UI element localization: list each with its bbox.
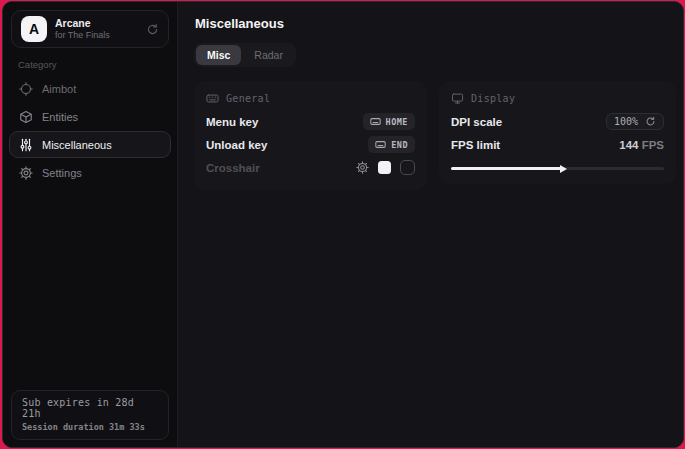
menu-key-row: Menu key HOME <box>206 110 415 133</box>
keyboard-icon <box>370 116 381 127</box>
gear-icon <box>19 166 33 180</box>
unload-key-value: END <box>391 140 408 150</box>
display-card-header: Display <box>451 90 664 110</box>
brand-text: Arcane for The Finals <box>55 17 110 40</box>
crosshair-checkbox[interactable] <box>400 160 415 175</box>
general-card-header: General <box>206 90 415 110</box>
crosshair-controls <box>356 160 415 175</box>
fps-limit-label: FPS limit <box>451 139 500 151</box>
crosshair-label: Crosshair <box>206 162 260 174</box>
dpi-scale-value: 100% <box>614 116 638 127</box>
fps-limit-slider[interactable] <box>451 164 664 173</box>
refresh-icon[interactable] <box>146 23 159 36</box>
unload-key-label: Unload key <box>206 139 267 151</box>
cards-row: General Menu key HOME Unload key <box>194 81 676 190</box>
crosshair-icon <box>19 82 33 96</box>
crosshair-settings-gear-icon[interactable] <box>356 161 369 174</box>
crosshair-row: Crosshair <box>206 156 415 179</box>
sidebar-item-label: Aimbot <box>42 83 76 95</box>
display-card: Display DPI scale 100% FPS limit <box>439 81 676 184</box>
sidebar-item-label: Settings <box>42 167 82 179</box>
sidebar-item-label: Entities <box>42 111 78 123</box>
fps-unit: FPS <box>638 139 664 151</box>
menu-key-bind-button[interactable]: HOME <box>363 113 415 130</box>
dpi-scale-label: DPI scale <box>451 116 502 128</box>
keyboard-icon <box>206 92 219 105</box>
tab-misc[interactable]: Misc <box>196 45 241 65</box>
subscription-status-card: Sub expires in 28d 21h Session duration … <box>11 390 169 440</box>
sidebar-nav: Aimbot Entities Miscellaneous <box>3 75 177 187</box>
main-panel: Miscellaneous Misc Radar General <box>178 2 684 447</box>
general-card-title: General <box>226 93 270 104</box>
slider-fill <box>451 167 562 170</box>
desktop-background: { "colors": { "desktop_accent": "#da1a4f… <box>0 0 685 449</box>
tab-radar[interactable]: Radar <box>243 45 294 65</box>
fps-limit-value: 144 FPS <box>619 139 664 151</box>
tab-bar: Misc Radar <box>194 43 296 67</box>
session-duration-text: Session duration 31m 33s <box>22 422 158 432</box>
brand-initial: A <box>29 21 39 37</box>
reset-icon[interactable] <box>645 116 656 127</box>
sub-expiry-text: Sub expires in 28d 21h <box>22 397 158 419</box>
dpi-scale-row: DPI scale 100% <box>451 110 664 133</box>
menu-key-label: Menu key <box>206 116 258 128</box>
app-window: A Arcane for The Finals Category Aim <box>2 1 684 448</box>
brand-card: A Arcane for The Finals <box>11 10 169 48</box>
sliders-icon <box>19 138 33 152</box>
menu-key-value: HOME <box>386 117 408 127</box>
monitor-icon <box>451 92 464 105</box>
cube-icon <box>19 110 33 124</box>
brand-logo: A <box>21 16 47 42</box>
sidebar-item-settings[interactable]: Settings <box>9 159 171 186</box>
brand-subtitle: for The Finals <box>55 30 110 40</box>
sidebar-item-entities[interactable]: Entities <box>9 103 171 130</box>
sidebar-item-label: Miscellaneous <box>42 139 112 151</box>
sidebar: A Arcane for The Finals Category Aim <box>3 2 178 447</box>
general-card: General Menu key HOME Unload key <box>194 81 427 190</box>
dpi-scale-control[interactable]: 100% <box>606 113 664 130</box>
unload-key-row: Unload key END <box>206 133 415 156</box>
fps-number: 144 <box>619 139 638 151</box>
unload-key-bind-button[interactable]: END <box>368 136 415 153</box>
brand-title: Arcane <box>55 17 110 29</box>
keyboard-icon <box>375 139 386 150</box>
page-title: Miscellaneous <box>195 16 676 31</box>
sidebar-item-aimbot[interactable]: Aimbot <box>9 75 171 102</box>
fps-limit-row: FPS limit 144 FPS <box>451 133 664 156</box>
display-card-title: Display <box>471 93 515 104</box>
crosshair-color-swatch[interactable] <box>378 161 391 174</box>
slider-handle[interactable] <box>560 165 567 173</box>
category-label: Category <box>18 59 177 70</box>
sidebar-item-miscellaneous[interactable]: Miscellaneous <box>9 131 171 158</box>
